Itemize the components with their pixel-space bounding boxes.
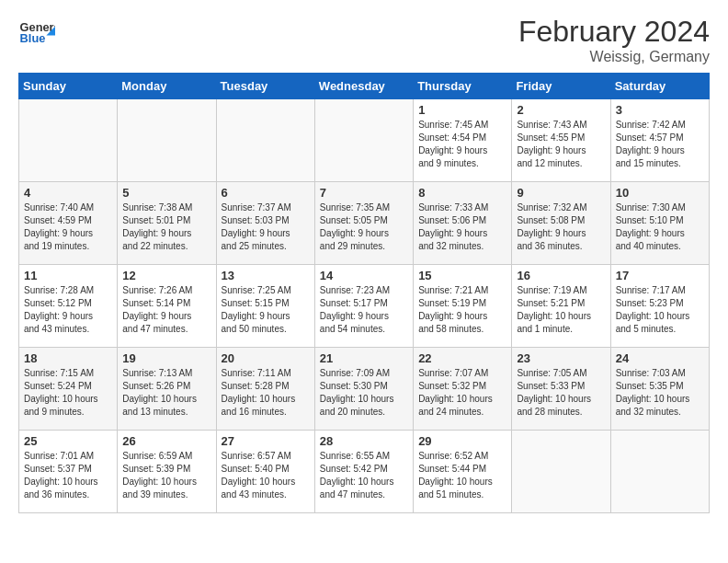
- calendar-cell: 23Sunrise: 7:05 AM Sunset: 5:33 PM Dayli…: [512, 348, 610, 431]
- calendar-cell: [19, 99, 118, 182]
- day-content: Sunrise: 6:52 AM Sunset: 5:44 PM Dayligh…: [418, 450, 506, 501]
- day-content: Sunrise: 7:28 AM Sunset: 5:12 PM Dayligh…: [24, 284, 112, 336]
- calendar-cell: [216, 99, 314, 182]
- day-number: 14: [320, 269, 408, 282]
- day-number: 26: [122, 434, 210, 448]
- day-number: 17: [616, 269, 704, 282]
- day-content: Sunrise: 7:01 AM Sunset: 5:37 PM Dayligh…: [24, 450, 112, 501]
- calendar-week-1: 1Sunrise: 7:45 AM Sunset: 4:54 PM Daylig…: [19, 99, 710, 182]
- col-header-saturday: Saturday: [610, 74, 709, 99]
- day-content: Sunrise: 7:25 AM Sunset: 5:15 PM Dayligh…: [222, 284, 310, 336]
- col-header-friday: Friday: [512, 74, 610, 99]
- page-header: General Blue February 2024 Weissig, Germ…: [18, 15, 710, 65]
- day-number: 21: [320, 351, 408, 365]
- calendar-week-3: 11Sunrise: 7:28 AM Sunset: 5:12 PM Dayli…: [19, 265, 710, 348]
- day-number: 15: [418, 269, 506, 282]
- day-number: 5: [122, 186, 210, 200]
- day-number: 29: [418, 434, 506, 448]
- calendar-cell: [118, 99, 216, 182]
- day-content: Sunrise: 7:32 AM Sunset: 5:08 PM Dayligh…: [517, 201, 605, 253]
- day-number: 1: [418, 103, 506, 117]
- calendar-cell: 8Sunrise: 7:33 AM Sunset: 5:06 PM Daylig…: [414, 182, 512, 265]
- logo: General Blue: [18, 15, 59, 52]
- day-number: 8: [418, 186, 506, 200]
- calendar-cell: 9Sunrise: 7:32 AM Sunset: 5:08 PM Daylig…: [512, 182, 610, 265]
- calendar-cell: 19Sunrise: 7:13 AM Sunset: 5:26 PM Dayli…: [118, 348, 216, 431]
- day-content: Sunrise: 6:55 AM Sunset: 5:42 PM Dayligh…: [320, 450, 408, 501]
- day-number: 18: [24, 351, 112, 365]
- calendar-cell: 17Sunrise: 7:17 AM Sunset: 5:23 PM Dayli…: [610, 265, 709, 348]
- day-content: Sunrise: 7:21 AM Sunset: 5:19 PM Dayligh…: [418, 284, 506, 336]
- day-content: Sunrise: 7:17 AM Sunset: 5:23 PM Dayligh…: [616, 284, 704, 336]
- calendar-week-2: 4Sunrise: 7:40 AM Sunset: 4:59 PM Daylig…: [19, 182, 710, 265]
- day-number: 2: [517, 103, 605, 117]
- day-number: 16: [517, 269, 605, 282]
- day-number: 11: [24, 269, 112, 282]
- day-content: Sunrise: 7:05 AM Sunset: 5:33 PM Dayligh…: [517, 367, 605, 419]
- calendar-cell: 1Sunrise: 7:45 AM Sunset: 4:54 PM Daylig…: [414, 99, 512, 182]
- day-content: Sunrise: 7:11 AM Sunset: 5:28 PM Dayligh…: [222, 367, 310, 419]
- day-content: Sunrise: 7:45 AM Sunset: 4:54 PM Dayligh…: [418, 119, 506, 170]
- location-subtitle: Weissig, Germany: [518, 49, 710, 65]
- day-content: Sunrise: 7:15 AM Sunset: 5:24 PM Dayligh…: [24, 367, 112, 419]
- day-number: 25: [24, 434, 112, 448]
- calendar-cell: 5Sunrise: 7:38 AM Sunset: 5:01 PM Daylig…: [118, 182, 216, 265]
- calendar-cell: 4Sunrise: 7:40 AM Sunset: 4:59 PM Daylig…: [19, 182, 118, 265]
- calendar-cell: 7Sunrise: 7:35 AM Sunset: 5:05 PM Daylig…: [314, 182, 413, 265]
- day-number: 13: [222, 269, 310, 282]
- day-number: 27: [222, 434, 310, 448]
- day-content: Sunrise: 6:59 AM Sunset: 5:39 PM Dayligh…: [122, 450, 210, 501]
- logo-icon: General Blue: [18, 15, 55, 52]
- calendar-cell: 12Sunrise: 7:26 AM Sunset: 5:14 PM Dayli…: [118, 265, 216, 348]
- day-content: Sunrise: 7:42 AM Sunset: 4:57 PM Dayligh…: [616, 119, 704, 170]
- calendar-cell: 26Sunrise: 6:59 AM Sunset: 5:39 PM Dayli…: [118, 431, 216, 513]
- day-number: 19: [122, 351, 210, 365]
- day-number: 7: [320, 186, 408, 200]
- day-number: 23: [517, 351, 605, 365]
- calendar-cell: [610, 431, 709, 513]
- day-number: 10: [616, 186, 704, 200]
- calendar-cell: [512, 431, 610, 513]
- day-number: 24: [616, 351, 704, 365]
- day-content: Sunrise: 7:38 AM Sunset: 5:01 PM Dayligh…: [122, 201, 210, 253]
- col-header-wednesday: Wednesday: [314, 74, 413, 99]
- calendar-cell: 22Sunrise: 7:07 AM Sunset: 5:32 PM Dayli…: [414, 348, 512, 431]
- calendar-cell: [314, 99, 413, 182]
- calendar-cell: 10Sunrise: 7:30 AM Sunset: 5:10 PM Dayli…: [610, 182, 709, 265]
- calendar-cell: 6Sunrise: 7:37 AM Sunset: 5:03 PM Daylig…: [216, 182, 314, 265]
- day-content: Sunrise: 7:30 AM Sunset: 5:10 PM Dayligh…: [616, 201, 704, 253]
- calendar-cell: 16Sunrise: 7:19 AM Sunset: 5:21 PM Dayli…: [512, 265, 610, 348]
- day-number: 22: [418, 351, 506, 365]
- calendar-cell: 11Sunrise: 7:28 AM Sunset: 5:12 PM Dayli…: [19, 265, 118, 348]
- calendar-cell: 20Sunrise: 7:11 AM Sunset: 5:28 PM Dayli…: [216, 348, 314, 431]
- title-block: February 2024 Weissig, Germany: [518, 15, 710, 65]
- day-content: Sunrise: 7:40 AM Sunset: 4:59 PM Dayligh…: [24, 201, 112, 253]
- calendar-cell: 15Sunrise: 7:21 AM Sunset: 5:19 PM Dayli…: [414, 265, 512, 348]
- day-content: Sunrise: 7:35 AM Sunset: 5:05 PM Dayligh…: [320, 201, 408, 253]
- calendar-cell: 21Sunrise: 7:09 AM Sunset: 5:30 PM Dayli…: [314, 348, 413, 431]
- calendar-cell: 24Sunrise: 7:03 AM Sunset: 5:35 PM Dayli…: [610, 348, 709, 431]
- day-content: Sunrise: 7:33 AM Sunset: 5:06 PM Dayligh…: [418, 201, 506, 253]
- day-content: Sunrise: 7:03 AM Sunset: 5:35 PM Dayligh…: [616, 367, 704, 419]
- day-content: Sunrise: 7:07 AM Sunset: 5:32 PM Dayligh…: [418, 367, 506, 419]
- calendar-cell: 25Sunrise: 7:01 AM Sunset: 5:37 PM Dayli…: [19, 431, 118, 513]
- calendar-body: 1Sunrise: 7:45 AM Sunset: 4:54 PM Daylig…: [19, 99, 710, 513]
- calendar-header: SundayMondayTuesdayWednesdayThursdayFrid…: [19, 74, 710, 99]
- calendar-cell: 27Sunrise: 6:57 AM Sunset: 5:40 PM Dayli…: [216, 431, 314, 513]
- day-number: 6: [222, 186, 310, 200]
- day-content: Sunrise: 7:19 AM Sunset: 5:21 PM Dayligh…: [517, 284, 605, 336]
- day-content: Sunrise: 7:09 AM Sunset: 5:30 PM Dayligh…: [320, 367, 408, 419]
- calendar-cell: 28Sunrise: 6:55 AM Sunset: 5:42 PM Dayli…: [314, 431, 413, 513]
- day-number: 9: [517, 186, 605, 200]
- month-year-title: February 2024: [518, 15, 710, 49]
- day-number: 12: [122, 269, 210, 282]
- calendar-cell: 3Sunrise: 7:42 AM Sunset: 4:57 PM Daylig…: [610, 99, 709, 182]
- day-number: 3: [616, 103, 704, 117]
- calendar-week-5: 25Sunrise: 7:01 AM Sunset: 5:37 PM Dayli…: [19, 431, 710, 513]
- calendar-cell: 29Sunrise: 6:52 AM Sunset: 5:44 PM Dayli…: [414, 431, 512, 513]
- day-content: Sunrise: 7:26 AM Sunset: 5:14 PM Dayligh…: [122, 284, 210, 336]
- day-number: 20: [222, 351, 310, 365]
- calendar-cell: 18Sunrise: 7:15 AM Sunset: 5:24 PM Dayli…: [19, 348, 118, 431]
- day-content: Sunrise: 7:37 AM Sunset: 5:03 PM Dayligh…: [222, 201, 310, 253]
- col-header-monday: Monday: [118, 74, 216, 99]
